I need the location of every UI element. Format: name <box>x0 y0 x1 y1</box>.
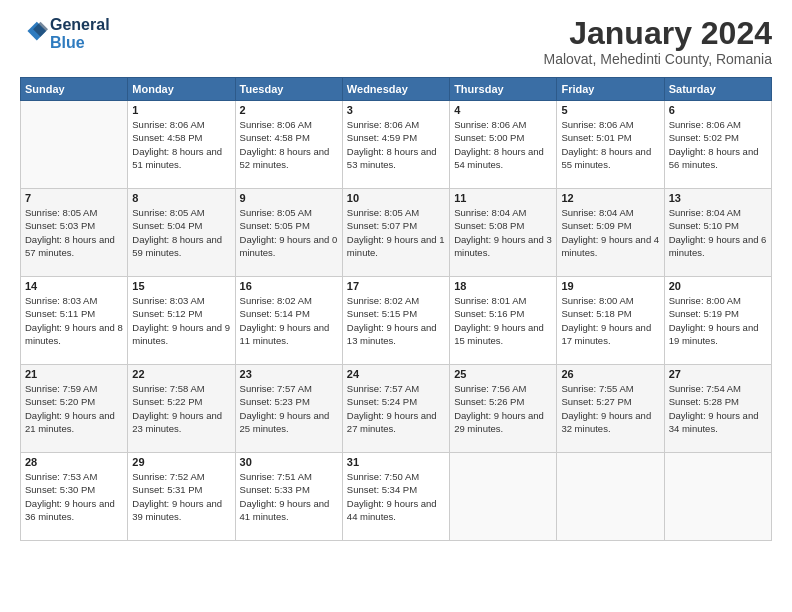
calendar-week-2: 7 Sunrise: 8:05 AMSunset: 5:03 PMDayligh… <box>21 189 772 277</box>
calendar-cell: 20 Sunrise: 8:00 AMSunset: 5:19 PMDaylig… <box>664 277 771 365</box>
day-number: 19 <box>561 280 659 292</box>
day-number: 27 <box>669 368 767 380</box>
calendar-cell: 28 Sunrise: 7:53 AMSunset: 5:30 PMDaylig… <box>21 453 128 541</box>
calendar-cell: 15 Sunrise: 8:03 AMSunset: 5:12 PMDaylig… <box>128 277 235 365</box>
calendar-cell: 27 Sunrise: 7:54 AMSunset: 5:28 PMDaylig… <box>664 365 771 453</box>
day-info: Sunrise: 7:56 AMSunset: 5:26 PMDaylight:… <box>454 382 552 435</box>
calendar-cell: 6 Sunrise: 8:06 AMSunset: 5:02 PMDayligh… <box>664 101 771 189</box>
calendar-cell: 11 Sunrise: 8:04 AMSunset: 5:08 PMDaylig… <box>450 189 557 277</box>
day-number: 29 <box>132 456 230 468</box>
calendar-cell: 22 Sunrise: 7:58 AMSunset: 5:22 PMDaylig… <box>128 365 235 453</box>
day-info: Sunrise: 8:00 AMSunset: 5:19 PMDaylight:… <box>669 294 767 347</box>
calendar-week-1: 1 Sunrise: 8:06 AMSunset: 4:58 PMDayligh… <box>21 101 772 189</box>
calendar-cell: 26 Sunrise: 7:55 AMSunset: 5:27 PMDaylig… <box>557 365 664 453</box>
day-number: 13 <box>669 192 767 204</box>
day-number: 18 <box>454 280 552 292</box>
calendar-cell <box>664 453 771 541</box>
day-info: Sunrise: 7:52 AMSunset: 5:31 PMDaylight:… <box>132 470 230 523</box>
day-info: Sunrise: 7:55 AMSunset: 5:27 PMDaylight:… <box>561 382 659 435</box>
day-number: 23 <box>240 368 338 380</box>
calendar-cell: 10 Sunrise: 8:05 AMSunset: 5:07 PMDaylig… <box>342 189 449 277</box>
day-info: Sunrise: 8:06 AMSunset: 5:02 PMDaylight:… <box>669 118 767 171</box>
day-info: Sunrise: 8:05 AMSunset: 5:07 PMDaylight:… <box>347 206 445 259</box>
day-number: 10 <box>347 192 445 204</box>
day-number: 31 <box>347 456 445 468</box>
day-number: 16 <box>240 280 338 292</box>
calendar-cell: 29 Sunrise: 7:52 AMSunset: 5:31 PMDaylig… <box>128 453 235 541</box>
col-thursday: Thursday <box>450 78 557 101</box>
day-info: Sunrise: 8:01 AMSunset: 5:16 PMDaylight:… <box>454 294 552 347</box>
calendar-cell: 2 Sunrise: 8:06 AMSunset: 4:58 PMDayligh… <box>235 101 342 189</box>
header: General Blue January 2024 Malovat, Mehed… <box>20 16 772 67</box>
day-number: 28 <box>25 456 123 468</box>
day-number: 25 <box>454 368 552 380</box>
col-saturday: Saturday <box>664 78 771 101</box>
day-number: 20 <box>669 280 767 292</box>
day-info: Sunrise: 8:06 AMSunset: 5:01 PMDaylight:… <box>561 118 659 171</box>
day-info: Sunrise: 8:03 AMSunset: 5:11 PMDaylight:… <box>25 294 123 347</box>
day-number: 7 <box>25 192 123 204</box>
calendar-cell <box>21 101 128 189</box>
header-row: Sunday Monday Tuesday Wednesday Thursday… <box>21 78 772 101</box>
day-info: Sunrise: 8:04 AMSunset: 5:10 PMDaylight:… <box>669 206 767 259</box>
day-info: Sunrise: 7:50 AMSunset: 5:34 PMDaylight:… <box>347 470 445 523</box>
day-number: 17 <box>347 280 445 292</box>
day-number: 6 <box>669 104 767 116</box>
calendar-cell: 14 Sunrise: 8:03 AMSunset: 5:11 PMDaylig… <box>21 277 128 365</box>
day-number: 14 <box>25 280 123 292</box>
location: Malovat, Mehedinti County, Romania <box>543 51 772 67</box>
day-number: 1 <box>132 104 230 116</box>
day-number: 22 <box>132 368 230 380</box>
day-info: Sunrise: 7:59 AMSunset: 5:20 PMDaylight:… <box>25 382 123 435</box>
calendar-cell: 12 Sunrise: 8:04 AMSunset: 5:09 PMDaylig… <box>557 189 664 277</box>
day-number: 3 <box>347 104 445 116</box>
day-number: 21 <box>25 368 123 380</box>
calendar-cell: 3 Sunrise: 8:06 AMSunset: 4:59 PMDayligh… <box>342 101 449 189</box>
day-number: 9 <box>240 192 338 204</box>
day-info: Sunrise: 7:58 AMSunset: 5:22 PMDaylight:… <box>132 382 230 435</box>
col-tuesday: Tuesday <box>235 78 342 101</box>
col-friday: Friday <box>557 78 664 101</box>
calendar-cell: 1 Sunrise: 8:06 AMSunset: 4:58 PMDayligh… <box>128 101 235 189</box>
day-number: 5 <box>561 104 659 116</box>
logo-text: General Blue <box>50 16 110 51</box>
calendar-cell: 23 Sunrise: 7:57 AMSunset: 5:23 PMDaylig… <box>235 365 342 453</box>
day-number: 26 <box>561 368 659 380</box>
day-info: Sunrise: 8:04 AMSunset: 5:08 PMDaylight:… <box>454 206 552 259</box>
col-monday: Monday <box>128 78 235 101</box>
calendar-week-3: 14 Sunrise: 8:03 AMSunset: 5:11 PMDaylig… <box>21 277 772 365</box>
calendar-cell: 24 Sunrise: 7:57 AMSunset: 5:24 PMDaylig… <box>342 365 449 453</box>
calendar-week-5: 28 Sunrise: 7:53 AMSunset: 5:30 PMDaylig… <box>21 453 772 541</box>
calendar-table: Sunday Monday Tuesday Wednesday Thursday… <box>20 77 772 541</box>
day-number: 15 <box>132 280 230 292</box>
day-info: Sunrise: 7:54 AMSunset: 5:28 PMDaylight:… <box>669 382 767 435</box>
calendar-cell: 21 Sunrise: 7:59 AMSunset: 5:20 PMDaylig… <box>21 365 128 453</box>
day-info: Sunrise: 8:06 AMSunset: 4:58 PMDaylight:… <box>132 118 230 171</box>
day-info: Sunrise: 7:51 AMSunset: 5:33 PMDaylight:… <box>240 470 338 523</box>
day-info: Sunrise: 8:02 AMSunset: 5:15 PMDaylight:… <box>347 294 445 347</box>
calendar-cell: 25 Sunrise: 7:56 AMSunset: 5:26 PMDaylig… <box>450 365 557 453</box>
logo-icon <box>20 18 48 46</box>
calendar-cell: 16 Sunrise: 8:02 AMSunset: 5:14 PMDaylig… <box>235 277 342 365</box>
day-info: Sunrise: 7:53 AMSunset: 5:30 PMDaylight:… <box>25 470 123 523</box>
day-info: Sunrise: 8:06 AMSunset: 4:58 PMDaylight:… <box>240 118 338 171</box>
title-area: January 2024 Malovat, Mehedinti County, … <box>543 16 772 67</box>
calendar-cell: 19 Sunrise: 8:00 AMSunset: 5:18 PMDaylig… <box>557 277 664 365</box>
col-wednesday: Wednesday <box>342 78 449 101</box>
month-title: January 2024 <box>543 16 772 51</box>
calendar-cell: 31 Sunrise: 7:50 AMSunset: 5:34 PMDaylig… <box>342 453 449 541</box>
day-info: Sunrise: 8:03 AMSunset: 5:12 PMDaylight:… <box>132 294 230 347</box>
day-info: Sunrise: 8:05 AMSunset: 5:05 PMDaylight:… <box>240 206 338 259</box>
day-info: Sunrise: 8:04 AMSunset: 5:09 PMDaylight:… <box>561 206 659 259</box>
col-sunday: Sunday <box>21 78 128 101</box>
day-number: 24 <box>347 368 445 380</box>
day-number: 12 <box>561 192 659 204</box>
day-info: Sunrise: 8:05 AMSunset: 5:04 PMDaylight:… <box>132 206 230 259</box>
day-info: Sunrise: 8:06 AMSunset: 5:00 PMDaylight:… <box>454 118 552 171</box>
day-number: 2 <box>240 104 338 116</box>
calendar-cell <box>450 453 557 541</box>
calendar-cell: 13 Sunrise: 8:04 AMSunset: 5:10 PMDaylig… <box>664 189 771 277</box>
day-info: Sunrise: 7:57 AMSunset: 5:23 PMDaylight:… <box>240 382 338 435</box>
page: General Blue January 2024 Malovat, Mehed… <box>0 0 792 612</box>
calendar-cell: 8 Sunrise: 8:05 AMSunset: 5:04 PMDayligh… <box>128 189 235 277</box>
